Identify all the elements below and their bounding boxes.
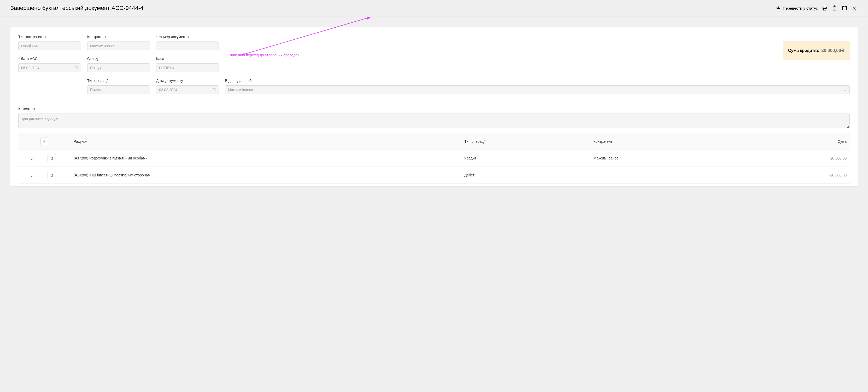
counterparty-field: Контрагент Максим Іванов ⌄ — [87, 35, 150, 51]
save-button[interactable] — [841, 5, 848, 11]
credit-sum-amount: 20 000,00₴ — [821, 48, 844, 53]
responsible-label: Відповідальний — [225, 78, 850, 83]
counterparty-type-field: Тип контрагента Працівник ⌄ — [18, 35, 81, 51]
row-optype: Дебет — [461, 167, 590, 184]
sum-col-header: Сума — [738, 133, 850, 150]
op-type-select[interactable]: Пряма ⌄ — [87, 85, 150, 94]
doc-number-label: *Номер документа — [156, 35, 219, 39]
row-sum: -20 000,00 — [738, 167, 850, 184]
acc-date-field: *Дата ACC 05.02.2024 — [18, 57, 81, 72]
cashbox-select[interactable]: ГОТІВКА ⌄ — [156, 63, 219, 72]
page-title: Завершено бухгалтерський документ ACC-94… — [10, 5, 143, 11]
counterparty-type-label: Тип контрагента — [18, 35, 81, 39]
op-type-label: Тип операції — [87, 78, 150, 83]
chevron-down-icon: ⌄ — [144, 44, 147, 48]
counterparty-type-select[interactable]: Працівник ⌄ — [18, 41, 81, 51]
cashbox-label: Каса — [156, 57, 219, 61]
row-optype: Кредит — [461, 150, 590, 167]
row-account: (#14200) Інші інвестиції пов'язаним стор… — [70, 167, 461, 184]
warehouse-select[interactable]: Пошук ⌄ — [87, 63, 150, 72]
chevron-down-icon: ⌄ — [144, 88, 147, 92]
table-row: (#37200) Розрахунки з підзвітними особам… — [18, 150, 850, 167]
print-button[interactable] — [822, 5, 828, 11]
counterparty-select[interactable]: Максим Іванов ⌄ — [87, 41, 150, 51]
responsible-field: Відповідальний Максим Іванов ⌄ — [225, 78, 850, 94]
doc-date-label: Дата документу — [156, 78, 219, 83]
delete-row-button[interactable] — [48, 171, 56, 179]
credit-sum-box: Сума кредитів: 20 000,00₴ — [783, 41, 850, 60]
warehouse-label: Склад — [87, 57, 150, 61]
acc-date-input[interactable]: 05.02.2024 — [18, 63, 81, 72]
entries-table-wrap: + Рахунок Тип операції Контрагент Сума (… — [18, 133, 850, 184]
svg-rect-7 — [843, 6, 845, 7]
warehouse-field: Склад Пошук ⌄ — [87, 57, 150, 72]
row-sum: 20 000,00 — [738, 150, 850, 167]
credit-sum-label: Сума кредитів: — [788, 48, 819, 53]
add-row-button[interactable]: + — [40, 137, 48, 145]
responsible-select[interactable]: Максим Іванов ⌄ — [225, 85, 850, 94]
chevron-down-icon: ⌄ — [213, 66, 216, 70]
doc-number-input[interactable]: 1 — [156, 41, 219, 51]
doc-number-field: *Номер документа 1 — [156, 35, 219, 51]
row-counterparty — [590, 167, 738, 184]
cashbox-field: Каса ГОТІВКА ⌄ — [156, 57, 219, 72]
chevron-down-icon: ⌄ — [844, 88, 847, 92]
delete-row-button[interactable] — [48, 154, 56, 162]
op-type-field: Тип операції Пряма ⌄ — [87, 78, 150, 94]
row-actions-cell — [18, 167, 70, 184]
svg-rect-2 — [823, 9, 826, 10]
doc-date-input[interactable]: 02.02.2024 — [156, 85, 219, 94]
entries-table: + Рахунок Тип операції Контрагент Сума (… — [18, 133, 850, 184]
table-row: (#14200) Інші інвестиції пов'язаним стор… — [18, 167, 850, 184]
content-panel: Швидкий перехід до створених проводок Ти… — [10, 27, 858, 186]
chevron-down-icon: ⌄ — [144, 66, 147, 70]
account-col-header: Рахунок — [70, 133, 461, 150]
comment-field: Коментар — [18, 107, 850, 128]
row-actions-cell — [18, 150, 70, 167]
add-col-header: + — [18, 133, 70, 150]
svg-rect-10 — [213, 88, 215, 91]
close-button[interactable] — [851, 5, 858, 11]
calendar-icon — [74, 66, 78, 70]
counterparty-col-header: Контрагент — [590, 133, 738, 150]
optype-col-header: Тип операції — [461, 133, 590, 150]
doc-date-field: Дата документу 02.02.2024 — [156, 78, 219, 94]
counterparty-label: Контрагент — [87, 35, 150, 39]
row-account: (#37200) Розрахунки з підзвітними особам… — [70, 150, 461, 167]
form-grid: Тип контрагента Працівник ⌄ Контрагент М… — [18, 35, 850, 128]
change-status-label: Перевести у статус — [783, 6, 818, 10]
page-header: Завершено бухгалтерський документ ACC-94… — [0, 0, 868, 17]
swap-icon — [775, 5, 780, 11]
acc-date-label: *Дата ACC — [18, 57, 81, 61]
change-status-button[interactable]: Перевести у статус — [775, 5, 818, 11]
edit-row-button[interactable] — [29, 154, 37, 162]
chevron-down-icon: ⌄ — [75, 44, 78, 48]
header-actions: Перевести у статус — [775, 5, 858, 11]
svg-point-6 — [844, 8, 845, 9]
clipboard-button[interactable] — [832, 5, 838, 11]
edit-row-button[interactable] — [29, 171, 37, 179]
comment-label: Коментар — [18, 107, 850, 111]
row-counterparty: Максим Іванов — [590, 150, 738, 167]
calendar-icon — [212, 88, 216, 92]
comment-textarea[interactable] — [18, 113, 850, 128]
svg-rect-9 — [75, 66, 77, 69]
